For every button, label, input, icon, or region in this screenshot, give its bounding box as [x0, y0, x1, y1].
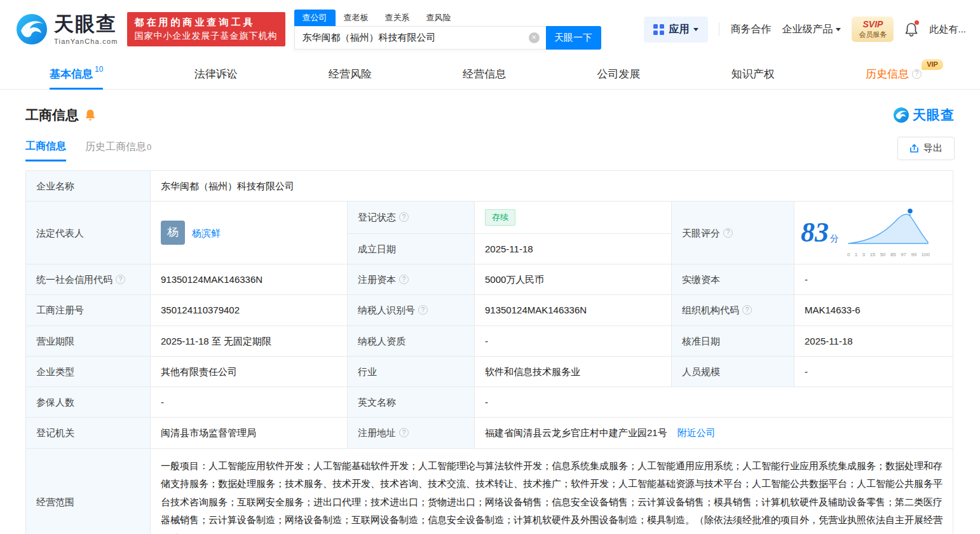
tab-label: 知识产权 — [732, 67, 775, 81]
table-row: 登记机关 闽清县市场监督管理局 注册地址 福建省闽清县云龙乡官庄村中建产业园21… — [26, 418, 953, 448]
search-tab-boss[interactable]: 查老板 — [336, 10, 377, 26]
subtab-count: 0 — [147, 142, 151, 152]
field-label: 工商注册号 — [36, 305, 84, 315]
legal-rep-link[interactable]: 杨滨鲜 — [192, 226, 221, 240]
field-label-cell: 行业 — [348, 356, 475, 387]
notification-bell-icon[interactable] — [904, 22, 918, 37]
promo-banner: 都在用的商业查询工具 国家中小企业发展子基金旗下机构 — [127, 12, 285, 46]
search-tab-risk[interactable]: 查风险 — [418, 10, 459, 26]
help-icon[interactable] — [912, 69, 922, 79]
field-label: 注册资本 — [358, 274, 396, 285]
field-label-cell: 企业名称 — [26, 171, 151, 202]
export-icon — [909, 144, 919, 153]
legal-rep-avatar[interactable]: 杨 — [161, 221, 185, 245]
field-label-cell: 登记状态 — [348, 202, 475, 234]
svip-membership-button[interactable]: SVIP 会员服务 — [852, 17, 894, 41]
field-label: 企业类型 — [36, 366, 74, 377]
address-value: 福建省闽清县云龙乡官庄村中建产业园21号 — [485, 427, 667, 438]
tab-label: 公司发展 — [597, 67, 640, 81]
search-tab-relation[interactable]: 查关系 — [377, 10, 418, 26]
search-input[interactable] — [303, 32, 529, 43]
field-value: 其他有限责任公司 — [161, 366, 237, 377]
svip-label: SVIP — [859, 19, 887, 31]
field-label: 经营范围 — [36, 496, 74, 507]
tab-operation-info[interactable]: 经营信息 — [463, 58, 506, 89]
field-value-cell: 5000万人民币 — [475, 264, 672, 295]
help-icon[interactable] — [418, 305, 428, 315]
monitor-bell-icon[interactable] — [85, 109, 96, 121]
help-icon[interactable] — [399, 212, 409, 222]
tab-basic-info[interactable]: 基本信息 10 — [50, 58, 103, 89]
export-button[interactable]: 导出 — [897, 137, 955, 160]
subtab-history-business-info[interactable]: 历史工商信息0 — [85, 140, 151, 160]
subtab-business-info[interactable]: 工商信息 — [25, 140, 66, 161]
help-icon[interactable] — [399, 428, 409, 437]
page-title: 工商信息 — [25, 106, 79, 124]
tab-label: 法律诉讼 — [194, 67, 238, 81]
field-value-cell: 福建省闽清县云龙乡官庄村中建产业园21号附近公司 — [475, 418, 953, 448]
field-label-cell: 成立日期 — [348, 233, 475, 264]
enterprise-products-link[interactable]: 企业级产品 — [782, 23, 841, 36]
search-tab-company[interactable]: 查公司 — [294, 10, 336, 26]
field-value-cell: 存续 — [475, 202, 672, 234]
field-value-cell: - — [151, 387, 348, 418]
field-label-cell: 纳税人资质 — [348, 325, 475, 356]
nearby-companies-link[interactable]: 附近公司 — [677, 427, 716, 438]
help-icon[interactable] — [399, 275, 409, 284]
field-label: 登记机关 — [36, 427, 74, 438]
help-icon[interactable] — [723, 228, 733, 238]
score-axis-ticks: 0131550859799100 — [847, 251, 930, 259]
field-value-cell: MAK14633-6 — [794, 295, 953, 325]
field-label: 天眼评分 — [682, 228, 720, 238]
top-header: 天眼查 TianYanCha.com 都在用的商业查询工具 国家中小企业发展子基… — [0, 0, 980, 58]
company-nav-tabs: 基本信息 10 法律诉讼 经营风险 经营信息 公司发展 知识产权 历史信息 VI… — [0, 58, 980, 90]
field-label-cell: 组织机构代码 — [672, 295, 794, 325]
company-name-value: 东华闽都（福州）科技有限公司 — [161, 181, 294, 191]
tab-history-info[interactable]: 历史信息 VIP — [866, 58, 922, 89]
brand-watermark: 天眼查 — [893, 106, 955, 124]
field-label: 法定代表人 — [36, 228, 84, 238]
field-label: 营业期限 — [36, 336, 74, 346]
tianyancha-logo[interactable]: 天眼查 TianYanCha.com — [15, 13, 118, 46]
field-value-cell: 闽清县市场监督管理局 — [151, 418, 348, 448]
export-label: 导出 — [923, 142, 943, 154]
field-label: 注册地址 — [358, 427, 396, 438]
clear-icon[interactable] — [529, 32, 540, 43]
field-label: 核准日期 — [682, 336, 720, 346]
field-value-cell: 350124110379402 — [151, 295, 348, 325]
enterprise-label: 企业级产品 — [782, 23, 833, 36]
search-button[interactable]: 天眼一下 — [546, 26, 601, 50]
section-head: 工商信息 天眼查 — [0, 90, 980, 124]
field-value-cell: 其他有限责任公司 — [151, 356, 348, 387]
tab-intellectual-property[interactable]: 知识产权 — [732, 58, 775, 89]
cooperation-link[interactable]: 商务合作 — [730, 23, 771, 36]
field-label-cell: 法定代表人 — [26, 202, 151, 264]
field-value: - — [161, 397, 164, 407]
field-label-cell: 参保人数 — [26, 387, 151, 418]
field-value: 软件和信息技术服务业 — [485, 366, 580, 377]
help-icon[interactable] — [116, 275, 125, 284]
tab-company-development[interactable]: 公司发展 — [597, 58, 640, 89]
tab-operation-risk[interactable]: 经营风险 — [329, 58, 372, 89]
business-scope-value: 一般项目：人工智能应用软件开发；人工智能基础软件开发；人工智能理论与算法软件开发… — [161, 460, 943, 534]
field-label: 统一社会信用代码 — [36, 274, 112, 285]
user-account[interactable]: 此处有... — [929, 24, 966, 36]
promo-line-2: 国家中小企业发展子基金旗下机构 — [135, 31, 278, 42]
table-row: 工商注册号 350124110379402 纳税人识别号 91350124MAK… — [26, 295, 953, 325]
field-label-cell: 统一社会信用代码 — [26, 264, 151, 295]
tianyancha-watermark-icon — [893, 107, 909, 123]
field-label: 英文名称 — [358, 397, 396, 407]
help-icon[interactable] — [742, 305, 752, 315]
search-box — [294, 26, 546, 50]
table-row: 企业类型 其他有限责任公司 行业 软件和信息技术服务业 人员规模 - — [26, 356, 953, 387]
field-label-cell: 纳税人识别号 — [348, 295, 475, 325]
table-row: 法定代表人 杨 杨滨鲜 登记状态 存续 天眼评分 83分 — [26, 202, 953, 234]
field-value-cell: 软件和信息技术服务业 — [475, 356, 672, 387]
field-value-cell: 2025-11-18 — [794, 325, 953, 356]
logo-title: 天眼查 — [54, 13, 118, 35]
chevron-down-icon — [836, 28, 841, 31]
apps-menu[interactable]: 应用 — [644, 17, 708, 43]
tab-legal-proceedings[interactable]: 法律诉讼 — [194, 58, 238, 89]
field-value-cell: - — [794, 356, 953, 387]
brand-watermark-text: 天眼查 — [913, 106, 955, 124]
